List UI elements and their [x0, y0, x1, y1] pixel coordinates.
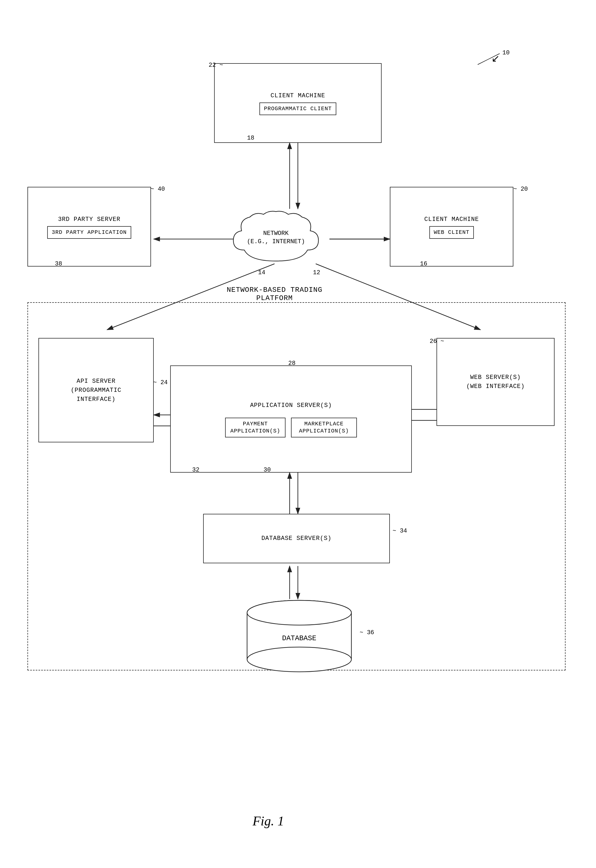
payment-app-box: PAYMENTAPPLICATION(S): [225, 418, 286, 438]
third-party-server-label: 3RD PARTY SERVER: [56, 214, 122, 225]
svg-text:(E.G., INTERNET): (E.G., INTERNET): [247, 238, 305, 245]
ref-30: 30: [264, 467, 271, 473]
app-servers-label: APPLICATION SERVER(S): [248, 401, 334, 411]
ref-12: 12: [313, 269, 320, 276]
third-party-app-box: 3RD PARTY APPLICATION: [47, 226, 131, 239]
diagram-container: 10 ↙ CLIENT MACHINE PROGRAMMATIC CLIENT …: [0, 0, 596, 868]
ref-32: 32: [192, 467, 199, 473]
client-machine-right-box: CLIENT MACHINE WEB CLIENT: [390, 187, 513, 266]
api-server-box: API SERVER(PROGRAMMATICINTERFACE): [38, 338, 154, 442]
marketplace-app-box: MARKETPLACEAPPLICATION(S): [291, 418, 357, 438]
svg-text:NETWORK: NETWORK: [263, 230, 289, 237]
ref-26: 26 ~: [430, 338, 444, 345]
client-machine-top-label: CLIENT MACHINE: [268, 91, 328, 101]
programmatic-client-label: PROGRAMMATIC CLIENT: [264, 105, 332, 112]
web-servers-label: WEB SERVER(S)(WEB INTERFACE): [464, 372, 527, 392]
programmatic-client-box: PROGRAMMATIC CLIENT: [260, 102, 336, 115]
third-party-server-box: 3RD PARTY SERVER 3RD PARTY APPLICATION: [28, 187, 151, 266]
ref-40: ~ 40: [150, 186, 165, 192]
ref-34: ~ 34: [392, 528, 407, 534]
ref-20: ~ 20: [513, 186, 528, 192]
third-party-app-label: 3RD PARTY APPLICATION: [52, 229, 127, 235]
ref-24: ~ 24: [153, 379, 168, 386]
marketplace-app-label: MARKETPLACEAPPLICATION(S): [299, 421, 349, 434]
web-servers-box: WEB SERVER(S)(WEB INTERFACE): [437, 338, 555, 426]
payment-app-label: PAYMENTAPPLICATION(S): [230, 421, 280, 434]
app-servers-box: APPLICATION SERVER(S) PAYMENTAPPLICATION…: [170, 365, 412, 473]
ref-36: ~ 36: [360, 629, 374, 636]
svg-point-24: [247, 647, 351, 672]
database-cylinder: DATABASE: [242, 599, 357, 676]
svg-point-25: [247, 600, 351, 625]
ref-28: 28: [288, 360, 295, 367]
web-client-box: WEB CLIENT: [429, 226, 474, 239]
database-server-box: DATABASE SERVER(S): [203, 514, 390, 563]
database-server-label: DATABASE SERVER(S): [259, 534, 334, 544]
network-cloud: NETWORK (E.G., INTERNET): [228, 209, 324, 269]
svg-text:DATABASE: DATABASE: [282, 634, 317, 642]
ref-14: 14: [258, 269, 265, 276]
ref-22: 22 ~: [209, 62, 223, 69]
api-server-label: API SERVER(PROGRAMMATICINTERFACE): [69, 376, 124, 405]
client-machine-top-box: CLIENT MACHINE PROGRAMMATIC CLIENT: [214, 63, 382, 143]
ref-16: 16: [420, 260, 427, 268]
ref-38: 38: [55, 260, 62, 268]
web-client-label: WEB CLIENT: [434, 229, 469, 235]
client-machine-right-label: CLIENT MACHINE: [422, 214, 481, 225]
ref-18: 18: [247, 135, 254, 142]
platform-label: NETWORK-BASED TRADINGPLATFORM: [165, 286, 384, 302]
figure-label: Fig. 1: [252, 813, 284, 828]
ref-10: 10: [502, 49, 509, 56]
